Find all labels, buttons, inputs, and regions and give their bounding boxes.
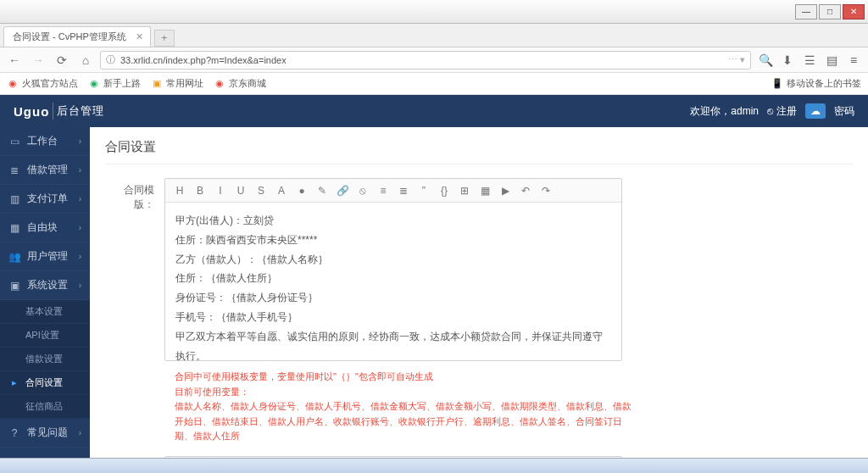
sidebar-toggle-icon[interactable]: ▤ [822,51,841,70]
forward-icon[interactable]: → [29,51,47,70]
bookmark-item[interactable]: ◉新手上路 [88,77,141,90]
globe-icon: ◉ [88,78,100,90]
menu-icon[interactable]: ≡ [844,51,863,70]
tab-title: 合同设置 - CvPHP管理系统 [13,31,126,43]
window-close[interactable]: ✕ [843,4,865,19]
back-icon[interactable]: ← [5,51,24,70]
bookmarks-icon[interactable]: ☰ [800,51,819,70]
bookmark-item[interactable]: ▣常用网址 [151,77,203,90]
dropdown-icon[interactable]: ⋯ ▾ [728,54,745,65]
bookmark-item[interactable]: ◉火狐官方站点 [7,77,78,90]
info-icon: ⓘ [106,53,115,66]
url-bar[interactable]: ⓘ ⋯ ▾ [100,51,751,70]
url-input[interactable] [120,55,723,65]
folder-icon: ▣ [151,78,163,90]
home-icon[interactable]: ⌂ [76,51,95,70]
jd-icon: ◉ [214,78,225,90]
mobile-icon: 📱 [771,78,783,89]
search-icon[interactable]: 🔍 [756,51,775,70]
reload-icon[interactable]: ⟳ [53,51,71,70]
window-minimize[interactable]: — [795,4,817,19]
firefox-icon: ◉ [7,78,19,90]
window-maximize[interactable]: □ [819,4,841,19]
close-tab-icon[interactable]: ✕ [136,31,143,42]
browser-tab[interactable]: 合同设置 - CvPHP管理系统 ✕ [3,26,151,47]
mobile-bookmarks[interactable]: 📱移动设备上的书签 [771,77,861,90]
download-icon[interactable]: ⬇ [778,51,797,70]
bookmark-item[interactable]: ◉京东商城 [214,77,266,90]
new-tab-button[interactable]: + [154,30,175,47]
